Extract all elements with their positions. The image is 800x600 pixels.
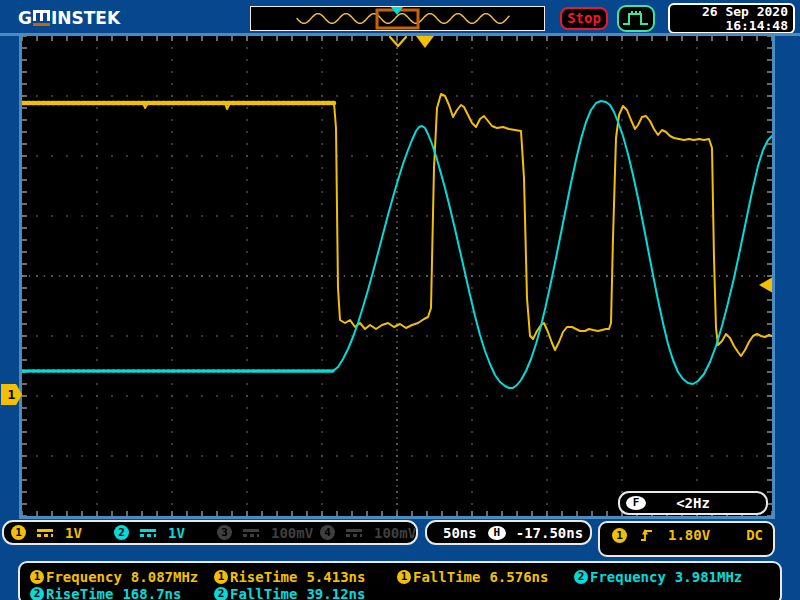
measurement-label: FallTime [413,569,480,585]
measurement-label: Frequency [590,569,666,585]
timebase-position: -17.50ns [516,525,583,541]
stop-label: Stop [567,10,601,26]
dc-coupling-icon [346,529,362,537]
measurement-value: 5.413ns [306,569,365,585]
channel-badge: 3 [217,525,232,540]
measurement-label: Frequency [46,569,122,585]
timebase-scale: 50ns [443,525,477,541]
measurement-ch2-risetime: 2RiseTime168.7ns [30,586,181,600]
dc-coupling-icon [37,529,53,537]
measurement-ch2-falltime: 2FallTime39.12ns [214,586,365,600]
channel-badge: 1 [11,525,26,540]
measurement-channel-badge: 2 [214,587,228,600]
measurement-ch1-frequency: 1Frequency8.087MHz [30,569,198,585]
measurement-value: 8.087MHz [131,569,198,585]
graticule-and-traces [22,36,772,516]
dc-coupling-icon [140,529,156,537]
preview-waveform [251,7,544,30]
pulse-icon [621,9,651,29]
frequency-f-icon: F [626,496,646,510]
measurement-value: 6.576ns [489,569,548,585]
datetime-display: 26 Sep 2020 16:14:48 [668,3,795,34]
dc-coupling-icon [243,529,259,537]
measurement-channel-badge: 1 [30,570,44,584]
trigger-frequency-value: <2Hz [676,495,736,511]
channel-1-status[interactable]: 11V [4,525,107,541]
measurements-panel: 1Frequency8.087MHz1RiseTime5.413ns1FallT… [18,561,782,600]
trigger-status-bar: 1 1.80V DC [598,521,775,557]
measurement-value: 39.12ns [306,586,365,600]
measurement-channel-badge: 2 [574,570,588,584]
date-text: 26 Sep 2020 [675,5,788,19]
channel-status-bar: 11V21V3100mV4100mV [2,520,418,545]
acquisition-preview-bar [250,6,545,31]
measurement-channel-badge: 1 [214,570,228,584]
logo-text-instek: INSTEK [51,8,120,28]
measurement-channel-badge: 1 [397,570,411,584]
measurement-label: FallTime [230,586,297,600]
logo-text-g: G [18,8,32,28]
waveform-display-area: F <2Hz [19,33,775,519]
measurement-ch1-falltime: 1FallTime6.576ns [397,569,548,585]
pulse-trigger-icon-button[interactable] [617,5,655,32]
trigger-frequency-indicator: F <2Hz [618,491,768,515]
divider [775,33,800,36]
channel-4-status[interactable]: 4100mV [313,525,416,541]
divider [0,33,19,36]
measurement-label: RiseTime [230,569,297,585]
measurement-ch2-frequency: 2Frequency3.981MHz [574,569,742,585]
channel-2-status[interactable]: 21V [107,525,210,541]
timebase-status-bar: 50ns H -17.50ns [425,520,592,545]
rising-edge-icon [640,527,654,543]
channel-scale: 1V [168,525,185,541]
logo-w-glyph [33,10,50,23]
channel-scale: 100mV [271,525,313,541]
measurement-value: 168.7ns [122,586,181,600]
oscilloscope-ui: G INSTEK Stop 26 Sep 2020 16:14:48 F <2H… [0,0,800,600]
channel-scale: 1V [65,525,82,541]
gwinstek-logo: G INSTEK [18,8,120,28]
trigger-level: 1.80V [668,527,710,543]
measurement-ch1-risetime: 1RiseTime5.413ns [214,569,365,585]
trigger-source-badge: 1 [612,528,627,543]
measurement-label: RiseTime [46,586,113,600]
horizontal-h-icon: H [488,526,506,540]
time-text: 16:14:48 [675,19,788,33]
measurement-value: 3.981MHz [675,569,742,585]
channel-3-status[interactable]: 3100mV [210,525,313,541]
channel-badge: 2 [114,525,129,540]
measurement-channel-badge: 2 [30,587,44,600]
channel-scale: 100mV [374,525,416,541]
stop-status-button[interactable]: Stop [560,7,608,30]
channel-badge: 4 [320,525,335,540]
trigger-coupling: DC [746,527,763,543]
logo-orange-bar [33,23,50,26]
